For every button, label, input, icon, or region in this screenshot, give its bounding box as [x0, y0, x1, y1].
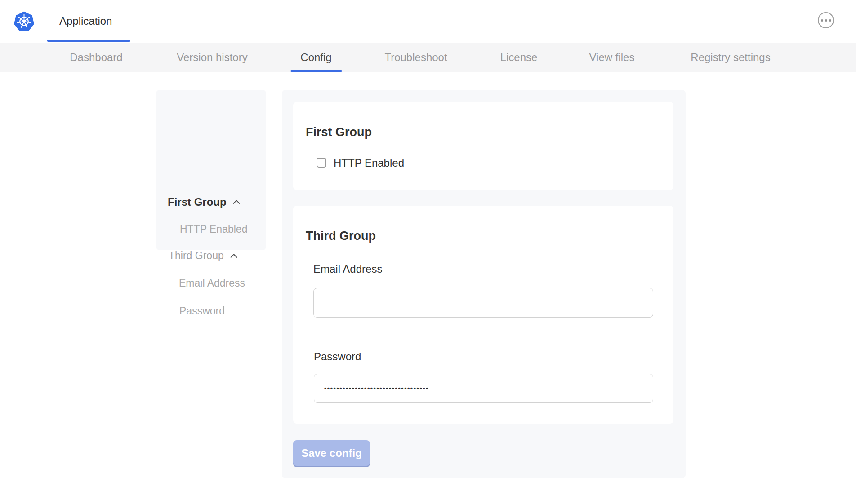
- password-label: Password: [314, 350, 361, 363]
- http-enabled-checkbox[interactable]: [317, 158, 326, 168]
- email-address-label: Email Address: [313, 263, 382, 275]
- sidebar-item-first-group[interactable]: First Group: [168, 196, 241, 208]
- email-address-input[interactable]: [313, 288, 653, 318]
- tab-dashboard[interactable]: Dashboard: [70, 43, 122, 72]
- sidebar-item-email-address[interactable]: Email Address: [179, 277, 245, 289]
- kubernetes-logo-icon: [13, 11, 35, 32]
- save-config-button[interactable]: Save config: [293, 440, 370, 466]
- sidebar-item-label: Password: [179, 305, 225, 317]
- tab-config[interactable]: Config: [300, 43, 331, 72]
- config-group-card-third-group: Third Group Email Address Password: [293, 206, 673, 424]
- overflow-menu-button[interactable]: [818, 12, 834, 28]
- sidebar-item-third-group[interactable]: Third Group: [169, 250, 239, 262]
- sidebar-item-http-enabled[interactable]: HTTP Enabled: [180, 223, 247, 235]
- chevron-up-icon: [229, 251, 239, 261]
- http-enabled-checkbox-label[interactable]: HTTP Enabled: [334, 157, 404, 169]
- sidebar-item-label: Email Address: [179, 277, 245, 289]
- config-content-panel: First Group HTTP Enabled Third Group Ema…: [282, 90, 686, 478]
- config-nav-sidebar: First Group HTTP Enabled Third Group Ema…: [156, 90, 266, 250]
- ellipsis-icon: [821, 19, 823, 22]
- app-nav-tabs: Dashboard Version history Config Trouble…: [0, 43, 856, 72]
- group-title: Third Group: [306, 229, 376, 243]
- app-tab-label: Application: [59, 15, 112, 27]
- sidebar-item-label: Third Group: [169, 250, 224, 262]
- app-header: Application: [0, 0, 856, 44]
- sidebar-item-password[interactable]: Password: [179, 305, 225, 317]
- config-group-card-first-group: First Group HTTP Enabled: [293, 102, 673, 190]
- tab-troubleshoot[interactable]: Troubleshoot: [384, 43, 447, 72]
- kots-admin-config-page: { "header": { "app_tab_label": "Applicat…: [0, 0, 856, 504]
- tab-view-files[interactable]: View files: [589, 43, 635, 72]
- tab-registry-settings[interactable]: Registry settings: [691, 43, 770, 72]
- group-title: First Group: [306, 125, 372, 139]
- tab-version-history[interactable]: Version history: [177, 43, 247, 72]
- sidebar-item-label: HTTP Enabled: [180, 223, 247, 235]
- chevron-up-icon: [232, 197, 241, 207]
- tab-license[interactable]: License: [500, 43, 538, 72]
- active-app-tab-underline: [47, 40, 130, 42]
- sidebar-item-label: First Group: [168, 196, 227, 208]
- password-input[interactable]: [314, 374, 653, 403]
- app-tab-application[interactable]: Application: [47, 0, 130, 43]
